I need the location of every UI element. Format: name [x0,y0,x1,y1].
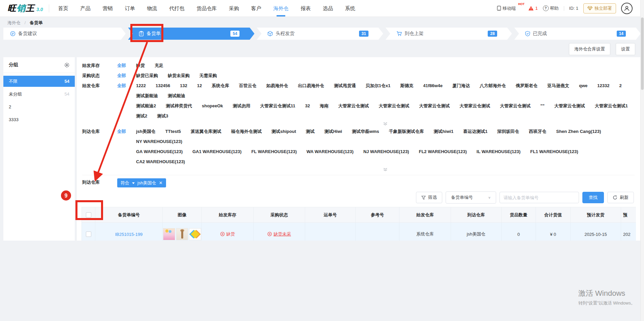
filter-option[interactable]: 系统仓库 [212,81,229,91]
filter-option[interactable]: 深圳坂田仓 [497,127,519,137]
nav-item-selection[interactable]: 选品 [323,0,333,16]
filter-all-link[interactable]: 全部 [117,71,136,81]
filter-option[interactable]: 喜运达测试1 [463,127,487,137]
filter-option[interactable]: 缺货未采购 [168,71,190,81]
filter-option[interactable]: 厦门海达 [452,81,470,91]
filter-option[interactable]: 1222 [136,81,146,91]
alert-indicator[interactable]: 1 [528,6,538,11]
filter-option[interactable]: 132456 [156,81,170,91]
filter-option[interactable]: 大管家云仓测试 [419,101,450,111]
product-image[interactable] [163,228,175,240]
vertical-scrollbar-thumb[interactable] [641,17,644,90]
filter-option[interactable]: 大管家云仓测试 [338,101,369,111]
filter-option[interactable]: shopeeOk [202,101,223,111]
filter-option[interactable]: GA WAREHOUSE(123) [136,147,183,157]
product-image[interactable] [176,228,188,240]
tab-shelving[interactable]: 到仓上架 28 [386,28,512,40]
filter-option[interactable]: NJ WAREHOUSE(123) [363,147,409,157]
filter-option[interactable]: "" [540,101,544,111]
filter-all-link[interactable]: 全部 [117,61,136,71]
sidebar-item-unlimited[interactable]: 不限54 [3,76,75,87]
filter-option[interactable]: Shen Zhen Cang(123) [556,127,601,137]
deploy-button[interactable]: 独立部署 [583,3,616,13]
stock-id-link[interactable]: IB251015-199 [115,232,143,237]
filter-option[interactable]: 大管家云仓测试 [500,101,530,111]
expand-more-dest[interactable] [136,167,635,172]
filter-option[interactable]: 测试勿用 [233,101,250,111]
filter-option[interactable]: IL WAREHOUSE(123) [477,147,521,157]
user-avatar[interactable] [621,3,633,14]
nav-item-reports[interactable]: 报表 [300,0,311,16]
purchase-status-link[interactable]: 缺货未采 [273,231,291,237]
filter-option[interactable]: TTtest5 [165,127,181,137]
tag-match-label[interactable]: 符合 [121,178,129,188]
settings-button[interactable]: 设置 [616,43,635,55]
search-button[interactable]: 查找 [582,192,604,203]
nav-item-marketing[interactable]: 营销 [102,0,112,16]
filter-option[interactable]: FL WAREHOUSE(123) [251,147,297,157]
filter-option[interactable]: 测试2 [136,111,147,121]
nav-item-purchase[interactable]: 采购 [229,0,239,16]
nav-item-customers[interactable]: 客户 [251,0,261,16]
filter-option[interactable]: 斯德克 [400,81,413,91]
nav-item-home[interactable]: 首页 [58,0,68,16]
overseas-merge-settings-button[interactable]: 海外仓合库设置 [569,43,610,55]
filter-option[interactable]: 海南 [320,101,328,111]
nav-item-orders[interactable]: 订单 [125,0,135,16]
sidebar-item-ungrouped[interactable]: 未分组54 [3,88,75,100]
filter-option[interactable]: qwe [579,81,587,91]
filter-option[interactable]: 2 [619,81,621,91]
filter-option[interactable]: jsh美国仓 [136,127,156,137]
nav-item-system[interactable]: 系统 [345,0,355,16]
filter-button[interactable]: 筛选 [416,192,442,203]
filter-option[interactable]: 测试3 [157,111,168,121]
sidebar-item-group-2[interactable]: 2 [3,101,75,112]
tab-restock-suggestion[interactable]: 备货建议 [3,28,126,40]
mobile-app-link[interactable]: 移动端 HOT [497,5,516,11]
sidebar-item-group-3333[interactable]: 3333 [3,114,75,125]
filter-option[interactable]: 测试梓奕货代 [166,101,192,111]
filter-option[interactable]: CA2 WAREHOUSE(123) [136,157,185,167]
filter-option[interactable]: FL1 WAREHOUSE(123) [530,147,578,157]
filter-option[interactable]: NY WAREHOUSE(123) [136,137,182,147]
filter-option[interactable]: 大管家云仓测试 [379,101,409,111]
nav-item-packing[interactable]: 代打包 [169,0,184,16]
filter-option[interactable]: 贝加尔1仓x1 [365,81,390,91]
filter-option[interactable]: 测试Hiwi [324,127,342,137]
filter-option[interactable]: 测试能迪 [168,91,185,101]
filter-option[interactable]: 132 [180,81,187,91]
filter-option[interactable]: 缺货 [136,61,145,71]
gear-icon[interactable] [64,63,69,68]
filter-option[interactable]: 俄罗斯老仓 [516,81,538,91]
nav-item-goods-warehouse[interactable]: 货品仓库 [196,0,217,16]
app-logo[interactable]: 旺销王 3.0 [7,3,43,14]
filter-option[interactable]: WA WAREHOUSE(123) [307,147,354,157]
filter-option[interactable]: 测试甩货通 [334,81,356,91]
filter-option[interactable]: 充足 [155,61,163,71]
breadcrumb-parent[interactable]: 海外仓 [7,20,21,25]
filter-option[interactable]: 测试hiwi1 [434,127,454,137]
filter-option[interactable]: 41f86w4e [423,81,443,91]
filter-option[interactable]: 出口易海外仓 [298,81,324,91]
row-checkbox[interactable] [86,231,91,237]
tab-stock-list[interactable]: 备货单 54 [128,28,254,40]
filter-option[interactable]: 福仓海外仓测试 [231,127,262,137]
filter-option[interactable]: 大管家云仓测试11 [260,101,295,111]
filter-option[interactable]: 如易海外仓 [266,81,288,91]
filter-option[interactable]: 八方邮海外仓 [480,81,506,91]
filter-option[interactable]: 12332 [597,81,609,91]
filter-option[interactable]: 派送翼仓库测试 [191,127,221,137]
filter-option[interactable]: 千象新版测试仓库 [389,127,424,137]
filter-option[interactable]: 测试shipout [271,127,296,137]
nav-item-logistics[interactable]: 物流 [147,0,157,16]
refresh-button[interactable]: 刷新 [607,192,634,203]
filter-option[interactable]: 测试能迪2 [136,101,156,111]
expand-more-origin[interactable] [136,121,635,127]
nav-item-overseas[interactable]: 海外仓 [273,0,288,16]
filter-option[interactable]: 12 [197,81,202,91]
filter-option[interactable]: GA1 WAREHOUSE(123) [192,147,242,157]
filter-option[interactable]: 无需采购 [199,71,217,81]
filter-all-link[interactable]: 全部 [117,81,136,91]
filter-option[interactable]: 西班牙仓 [529,127,546,137]
filter-option[interactable]: 缺货已采购 [136,71,158,81]
